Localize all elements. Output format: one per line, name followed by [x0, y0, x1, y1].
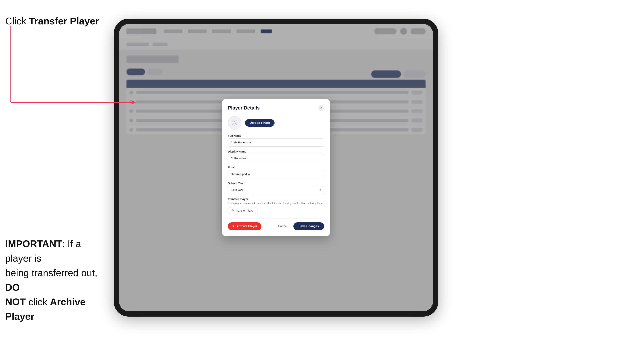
bottom-instruction: IMPORTANT: If a player isbeing transferr…	[5, 236, 110, 324]
photo-section: Ⓐ Upload Photo	[228, 116, 324, 130]
archive-button-label: Archive Player	[236, 225, 257, 228]
school-year-select[interactable]: First Year Second Year Third Year Fourth…	[228, 186, 324, 194]
avatar-icon: Ⓐ	[232, 119, 238, 127]
archive-icon: ▼	[232, 225, 235, 228]
full-name-group: Full Name	[228, 134, 324, 147]
email-label: Email	[228, 166, 324, 169]
modal-title: Player Details	[228, 105, 260, 111]
modal-divider	[228, 218, 324, 219]
school-year-select-wrapper: First Year Second Year Third Year Fourth…	[228, 186, 324, 194]
tablet-device: Player Details × Ⓐ Upload Photo Full Nam…	[114, 19, 438, 317]
modal-close-button[interactable]: ×	[318, 105, 324, 111]
player-details-modal: Player Details × Ⓐ Upload Photo Full Nam…	[222, 99, 330, 236]
save-changes-button[interactable]: Save Changes	[293, 222, 324, 230]
transfer-player-button[interactable]: ↻ Transfer Player	[228, 207, 258, 214]
important-label: IMPORTANT	[5, 238, 62, 249]
instruction-prefix: Click	[5, 16, 29, 26]
modal-overlay: Player Details × Ⓐ Upload Photo Full Nam…	[119, 24, 433, 311]
transfer-icon: ↻	[232, 209, 234, 212]
do-label: DONOT	[5, 282, 26, 307]
top-instruction: Click Transfer Player	[5, 15, 99, 27]
transfer-player-section: Transfer Player If this player has moved…	[228, 197, 324, 214]
email-input[interactable]	[228, 170, 324, 178]
avatar-circle: Ⓐ	[228, 116, 241, 130]
transfer-section-description: If this player has moved to another scho…	[228, 201, 324, 205]
school-year-label: School Year	[228, 181, 324, 185]
transfer-button-label: Transfer Player	[235, 209, 254, 212]
display-name-label: Display Name	[228, 150, 324, 153]
transfer-section-title: Transfer Player	[228, 197, 324, 200]
archive-player-button[interactable]: ▼ Archive Player	[228, 222, 261, 230]
instruction-bold: Transfer Player	[29, 16, 99, 26]
modal-header: Player Details ×	[228, 105, 324, 111]
display-name-input[interactable]	[228, 154, 324, 162]
school-year-group: School Year First Year Second Year Third…	[228, 181, 324, 194]
tablet-screen: Player Details × Ⓐ Upload Photo Full Nam…	[119, 24, 433, 311]
full-name-input[interactable]	[228, 138, 324, 147]
upload-photo-button[interactable]: Upload Photo	[245, 119, 274, 127]
cancel-button[interactable]: Cancel	[275, 222, 290, 230]
display-name-group: Display Name	[228, 150, 324, 162]
modal-footer: ▼ Archive Player Cancel Save Changes	[228, 222, 324, 230]
email-group: Email	[228, 166, 324, 178]
full-name-label: Full Name	[228, 134, 324, 137]
